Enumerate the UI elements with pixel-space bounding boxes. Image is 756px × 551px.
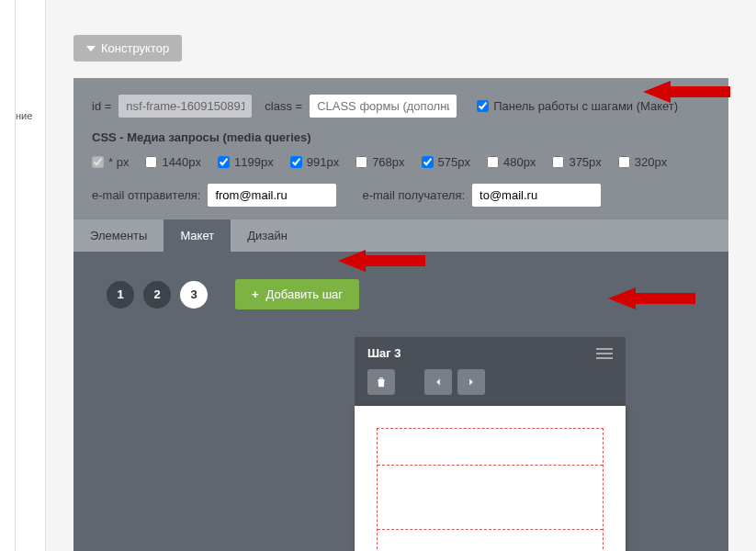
constructor-dropdown-button[interactable]: Конструктор [73,35,182,62]
media-query-label: 1199px [234,155,274,169]
media-query-checkbox[interactable] [145,156,157,168]
form-layout-grid[interactable] [377,428,604,551]
media-query-option: 1440px [145,155,201,169]
sidebar-text-fragment: ние [16,110,32,121]
media-query-label: 1440px [162,155,201,169]
media-query-option: 991px [290,155,339,169]
media-query-label: 768px [372,155,404,169]
recipient-email-input[interactable] [472,184,601,207]
media-query-checkbox[interactable] [618,156,630,168]
media-query-option: 768px [355,155,404,169]
media-query-label: 375px [569,155,601,169]
sender-email-input[interactable] [208,184,336,207]
hamburger-icon[interactable] [596,348,613,359]
id-label: id = [92,99,111,113]
arrow-right-icon [465,376,478,388]
media-query-checkbox[interactable] [487,156,499,168]
plus-icon: + [252,287,259,301]
media-query-checkbox[interactable] [218,156,230,168]
media-query-label: 480px [503,155,536,169]
media-query-checkbox[interactable] [552,156,564,168]
step-canvas[interactable] [355,406,626,551]
step-title: Шаг 3 [367,346,401,360]
id-input[interactable] [118,95,252,118]
media-queries-row: * px1440px1199px991px768px575px480px375p… [92,155,710,169]
media-query-option: 375px [552,155,601,169]
layout-row[interactable] [378,530,603,551]
add-step-button[interactable]: + Добавить шаг [235,279,359,309]
layout-workspace: 123 + Добавить шаг Шаг 3 [73,252,728,551]
add-step-label: Добавить шаг [266,287,343,301]
prev-step-button[interactable] [424,369,452,395]
layout-row[interactable] [378,429,603,466]
media-query-option: * px [92,155,129,169]
next-step-button[interactable] [457,369,485,395]
media-query-option: 320px [618,155,667,169]
trash-icon [375,376,388,388]
media-query-label: * px [108,155,129,169]
media-query-checkbox[interactable] [290,156,302,168]
media-query-label: 320px [635,155,667,169]
step-circle-3[interactable]: 3 [180,281,208,309]
steps-panel-label: Панель работы с шагами (Макет) [493,99,678,113]
media-query-option: 480px [487,155,536,169]
media-query-label: 575px [438,155,470,169]
step-circles: 123 [107,281,208,309]
class-input[interactable] [310,95,457,118]
tab-elements[interactable]: Элементы [73,219,164,252]
tab-design[interactable]: Дизайн [231,219,304,252]
steps-panel-checkbox[interactable] [477,100,489,112]
step-header: Шаг 3 [355,337,626,369]
arrow-left-icon [432,376,445,388]
class-label: class = [265,99,302,113]
tabs: Элементы Макет Дизайн [73,219,728,252]
delete-button[interactable] [367,369,395,395]
tab-layout[interactable]: Макет [164,219,231,252]
constructor-label: Конструктор [101,41,169,55]
media-query-label: 991px [307,155,339,169]
media-query-checkbox[interactable] [422,156,434,168]
media-queries-title: CSS - Медиа запросы (media queries) [92,130,710,144]
sender-email-label: e-mail отправителя: [92,188,200,202]
media-query-option: 575px [422,155,470,169]
step-circle-1[interactable]: 1 [107,281,134,309]
chevron-down-icon [86,46,96,51]
layout-row[interactable] [378,466,603,530]
settings-panel: id = class = Панель работы с шагами (Мак… [73,78,728,551]
recipient-email-label: e-mail получателя: [362,188,465,202]
media-query-checkbox[interactable] [92,156,104,168]
media-query-option: 1199px [218,155,274,169]
step-circle-2[interactable]: 2 [143,281,171,309]
media-query-checkbox[interactable] [355,156,367,168]
step-toolbar [355,369,626,406]
